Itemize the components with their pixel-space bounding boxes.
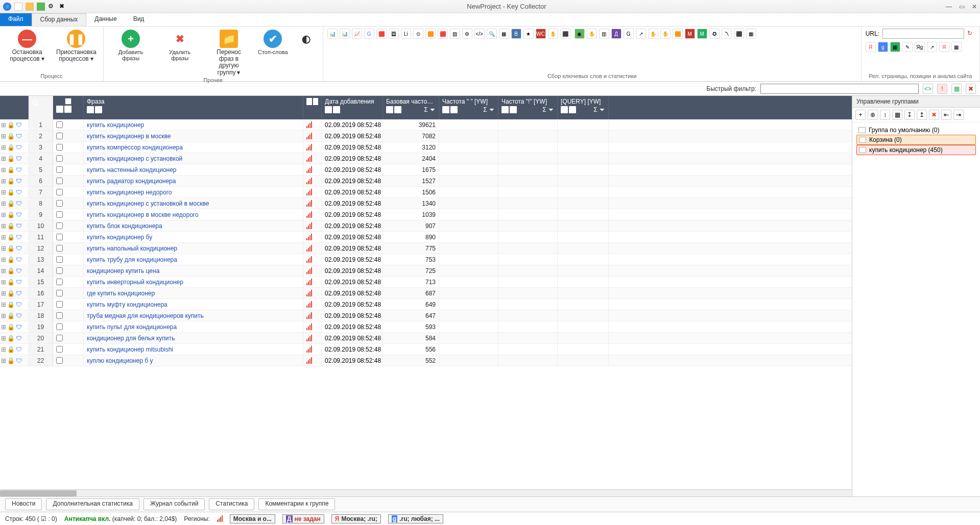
row-bars[interactable] (303, 176, 322, 186)
add-group-icon[interactable]: + (855, 110, 866, 120)
phrase-link[interactable]: труба медная для кондиционеров купить (87, 312, 204, 319)
region-chip-yandex2[interactable]: ЯМосква; .ru; (331, 514, 381, 523)
group-selected[interactable]: купить кондиционер (450) (856, 145, 976, 155)
table-row[interactable]: ⊞🔒🛡8купить кондиционер с установкой в мо… (0, 198, 852, 209)
expand-icon[interactable]: ⊞ (1, 267, 6, 274)
expand-icon[interactable]: ⊞ (1, 121, 6, 129)
row-bars[interactable] (303, 333, 322, 343)
phrase-link[interactable]: купить радиатор кондиционера (87, 178, 176, 185)
phrase-link[interactable]: где купить кондиционер (87, 290, 155, 297)
tool-icon[interactable]: ◉ (575, 29, 585, 39)
lock-icon[interactable]: 🔒 (7, 200, 15, 207)
table-row[interactable]: ⊞🔒🛡21купить кондиционер mitsubishi02.09.… (0, 344, 852, 355)
tab-file[interactable]: Файл (0, 13, 32, 26)
col-checkbox[interactable] (53, 96, 84, 119)
expand-icon[interactable]: ⊞ (1, 301, 6, 308)
table-row[interactable]: ⊞🔒🛡20кондиционер для белья купить02.09.2… (0, 333, 852, 344)
phrase-link[interactable]: купить кондиционер с установкой в москве (87, 200, 209, 207)
lock-icon[interactable]: 🔒 (7, 234, 15, 241)
add-phrases-button[interactable]: +Добавить фразы (108, 29, 154, 77)
table-row[interactable]: ⊞🔒🛡11купить кондиционер бу02.09.2019 08:… (0, 232, 852, 243)
row-bars[interactable] (303, 310, 322, 321)
phrase-link[interactable]: кондиционер для белья купить (87, 335, 175, 342)
lock-icon[interactable]: 🔒 (7, 133, 15, 140)
expand-icon[interactable]: ⊞ (1, 323, 6, 331)
lock-icon[interactable]: 🔒 (7, 335, 15, 342)
tab-log[interactable]: Журнал событий (144, 498, 205, 510)
tab-news[interactable]: Новости (5, 498, 42, 510)
tool-icon[interactable]: ⬛ (560, 29, 570, 39)
stop-button[interactable]: —Остановка процессов ▾ (4, 29, 50, 63)
tool-icon[interactable]: 🟥 (376, 29, 387, 39)
col-settings[interactable]: ⚙ (29, 96, 53, 119)
row-checkbox[interactable] (56, 290, 63, 296)
col-quote[interactable]: Частота " " [YW]Σ ⏷ (439, 96, 498, 119)
lock-icon[interactable]: 🔒 (7, 267, 15, 274)
row-bars[interactable] (303, 288, 322, 298)
region-chip-yandex[interactable]: Москва и о... (230, 514, 275, 523)
tool-icon[interactable]: ⇥ (953, 110, 964, 120)
yandex-icon[interactable]: Я (939, 42, 949, 52)
row-bars[interactable] (303, 232, 322, 242)
google-icon[interactable]: G (364, 29, 374, 39)
tool-icon[interactable]: 🟥 (438, 29, 448, 39)
row-bars[interactable] (303, 265, 322, 276)
expand-icon[interactable]: ⊞ (1, 357, 6, 364)
row-bars[interactable] (303, 277, 322, 287)
phrase-link[interactable]: купить компрессор кондиционера (87, 144, 183, 151)
phrase-link[interactable]: купить кондиционер в москве недорого (87, 211, 199, 218)
table-row[interactable]: ⊞🔒🛡9купить кондиционер в москве недорого… (0, 209, 852, 220)
tool-icon[interactable]: 🟧 (673, 29, 683, 39)
region-chip-adwords[interactable]: Дне задан (282, 514, 324, 523)
lock-icon[interactable]: 🔒 (7, 346, 15, 353)
tool-icon[interactable]: ✪ (709, 29, 720, 39)
row-bars[interactable] (303, 131, 322, 141)
expand-icon[interactable]: ⊞ (1, 312, 6, 319)
row-checkbox[interactable] (56, 144, 63, 151)
col-base[interactable]: Базовая частота [YW]Σ ⏷ (383, 96, 439, 119)
lock-icon[interactable]: 🔒 (7, 301, 15, 308)
filter-clear-icon[interactable]: ✖ (966, 84, 976, 94)
expand-icon[interactable]: ⊞ (1, 133, 6, 140)
expand-icon[interactable]: ⊞ (1, 189, 6, 196)
close-button[interactable]: ✕ (972, 3, 977, 10)
phrase-link[interactable]: купить кондиционер недорого (87, 189, 172, 196)
expand-icon[interactable]: ⊞ (1, 346, 6, 353)
row-checkbox[interactable] (56, 346, 63, 353)
table-row[interactable]: ⊞🔒🛡12купить напольный кондиционер02.09.2… (0, 243, 852, 254)
table-row[interactable]: ⊞🔒🛡16где купить кондиционер02.09.2019 08… (0, 288, 852, 299)
row-checkbox[interactable] (56, 245, 63, 252)
phrase-link[interactable]: купить пульт для кондиционера (87, 323, 177, 331)
tool-icon[interactable]: Д (611, 29, 622, 39)
maximize-button[interactable]: ▭ (959, 3, 965, 10)
row-checkbox[interactable] (56, 335, 63, 341)
tool-icon[interactable]: ▦ (892, 110, 902, 120)
phrase-link[interactable]: купить кондиционер в москве (87, 133, 171, 140)
vk-icon[interactable]: В (511, 29, 521, 39)
tool-icon[interactable]: ▦ (951, 42, 962, 52)
lock-icon[interactable]: 🔒 (7, 121, 15, 129)
lock-icon[interactable]: 🔒 (7, 323, 15, 331)
table-row[interactable]: ⊞🔒🛡14кондиционер купить цена02.09.2019 0… (0, 265, 852, 277)
expand-icon[interactable]: ⊞ (1, 144, 6, 151)
row-bars[interactable] (303, 187, 322, 197)
lock-icon[interactable]: 🔒 (7, 155, 15, 162)
phrase-link[interactable]: купить настенный кондиционер (87, 166, 177, 173)
yandex-icon[interactable]: Яg (915, 42, 925, 52)
tool-icon[interactable]: ▦ (499, 29, 509, 39)
table-row[interactable]: ⊞🔒🛡19купить пульт для кондиционера02.09.… (0, 321, 852, 333)
table-row[interactable]: ⊞🔒🛡5купить настенный кондиционер02.09.20… (0, 164, 852, 176)
mail-icon[interactable]: М (685, 29, 695, 39)
lock-icon[interactable]: 🔒 (7, 178, 15, 185)
row-checkbox[interactable] (56, 178, 63, 184)
expand-icon[interactable]: ⊞ (1, 234, 6, 241)
tool-icon[interactable]: ⊙ (413, 29, 423, 39)
table-row[interactable]: ⊞🔒🛡15купить инверторный кондиционер02.09… (0, 277, 852, 288)
phrase-link[interactable]: купить напольный кондиционер (87, 245, 177, 252)
col-query[interactable]: [QUERY] [YW]Σ ⏷ (558, 96, 609, 119)
expand-icon[interactable]: ⊞ (1, 256, 6, 263)
row-checkbox[interactable] (56, 234, 63, 240)
phrase-link[interactable]: купить кондиционер бу (87, 234, 152, 241)
phrase-link[interactable]: купить трубу для кондиционера (87, 256, 177, 263)
region-chip-google[interactable]: g.ru; любая; ... (388, 514, 443, 523)
